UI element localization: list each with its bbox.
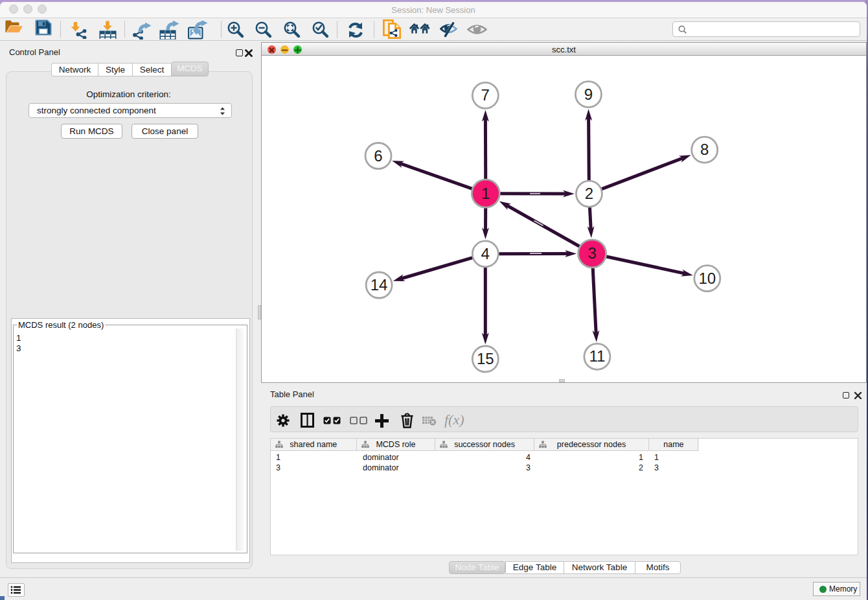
svg-text:8: 8 — [700, 141, 709, 158]
svg-text:11: 11 — [589, 347, 605, 365]
svg-text:3: 3 — [588, 244, 596, 262]
svg-text:14: 14 — [371, 276, 388, 294]
svg-text:9: 9 — [584, 86, 593, 103]
svg-text:7: 7 — [481, 86, 490, 104]
svg-text:15: 15 — [477, 350, 494, 367]
svg-text:10: 10 — [698, 270, 716, 287]
svg-text:4: 4 — [481, 245, 490, 262]
svg-text:6: 6 — [374, 147, 382, 165]
svg-text:2: 2 — [585, 185, 593, 202]
svg-text:1: 1 — [481, 185, 490, 202]
